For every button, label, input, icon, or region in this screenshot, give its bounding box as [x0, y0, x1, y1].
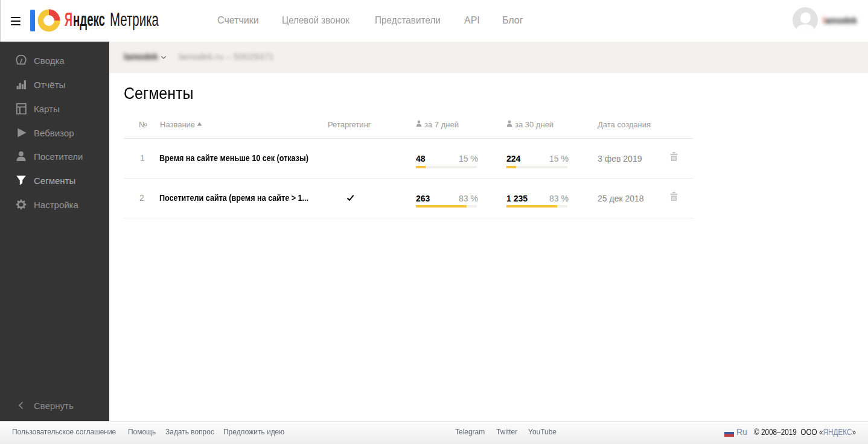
- svg-text:Я: Я: [65, 9, 72, 30]
- svg-text:ндекс: ндекс: [73, 9, 105, 30]
- svg-text:Метрика: Метрика: [110, 9, 159, 30]
